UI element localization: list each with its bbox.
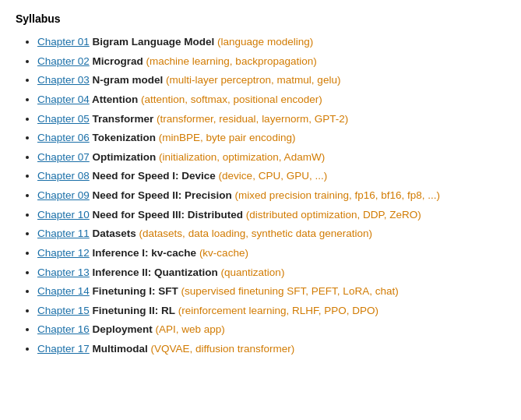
chapter-title-9: Need for Speed II: Precision xyxy=(90,189,232,201)
chapter-title-13: Inference II: Quantization xyxy=(90,266,218,278)
list-item: Chapter 01 Bigram Language Model (langua… xyxy=(37,33,505,51)
chapter-link-11[interactable]: Chapter 11 xyxy=(37,228,90,239)
chapter-title-8: Need for Speed I: Device xyxy=(90,170,216,182)
list-item: Chapter 14 Finetuning I: SFT (supervised… xyxy=(37,282,505,301)
chapter-tags-3: (multi-layer perceptron, matmul, gelu) xyxy=(163,74,340,86)
chapter-link-17[interactable]: Chapter 17 xyxy=(37,343,90,355)
chapter-link-8[interactable]: Chapter 08 xyxy=(37,170,90,182)
chapter-link-1[interactable]: Chapter 01 xyxy=(37,36,90,48)
chapter-title-4: Attention xyxy=(90,94,138,105)
chapter-link-12[interactable]: Chapter 12 xyxy=(37,247,90,259)
list-item: Chapter 13 Inference II: Quantization (q… xyxy=(37,263,505,282)
chapter-tags-6: (minBPE, byte pair encoding) xyxy=(156,132,295,143)
chapter-title-6: Tokenization xyxy=(90,132,156,143)
list-item: Chapter 17 Multimodal (VQVAE, diffusion … xyxy=(37,340,505,358)
chapter-link-9[interactable]: Chapter 09 xyxy=(37,189,90,201)
chapter-link-13[interactable]: Chapter 13 xyxy=(37,266,90,278)
list-item: Chapter 04 Attention (attention, softmax… xyxy=(37,90,505,109)
chapter-link-2[interactable]: Chapter 02 xyxy=(37,55,90,67)
chapter-title-15: Finetuning II: RL xyxy=(90,305,175,316)
chapter-link-16[interactable]: Chapter 16 xyxy=(37,323,90,335)
list-item: Chapter 08 Need for Speed I: Device (dev… xyxy=(37,167,505,185)
chapter-link-15[interactable]: Chapter 15 xyxy=(37,305,90,316)
list-item: Chapter 09 Need for Speed II: Precision … xyxy=(37,186,505,205)
chapter-title-2: Micrograd xyxy=(90,55,143,67)
chapter-link-3[interactable]: Chapter 03 xyxy=(37,74,90,86)
chapter-tags-15: (reinforcement learning, RLHF, PPO, DPO) xyxy=(175,305,378,316)
chapter-tags-14: (supervised finetuning SFT, PEFT, LoRA, … xyxy=(178,285,399,297)
chapter-link-7[interactable]: Chapter 07 xyxy=(37,151,90,163)
chapter-title-14: Finetuning I: SFT xyxy=(90,285,178,297)
list-item: Chapter 07 Optimization (initialization,… xyxy=(37,148,505,167)
syllabus-list: Chapter 01 Bigram Language Model (langua… xyxy=(16,33,505,358)
chapter-title-3: N-gram model xyxy=(90,74,164,86)
chapter-link-6[interactable]: Chapter 06 xyxy=(37,132,90,143)
chapter-title-1: Bigram Language Model xyxy=(90,36,215,48)
list-item: Chapter 02 Micrograd (machine learning, … xyxy=(37,52,505,71)
chapter-link-5[interactable]: Chapter 05 xyxy=(37,113,90,125)
chapter-tags-12: (kv-cache) xyxy=(196,247,248,259)
chapter-link-10[interactable]: Chapter 10 xyxy=(37,209,90,221)
chapter-tags-8: (device, CPU, GPU, ...) xyxy=(216,170,327,182)
list-item: Chapter 06 Tokenization (minBPE, byte pa… xyxy=(37,129,505,147)
chapter-tags-13: (quantization) xyxy=(218,266,285,278)
chapter-tags-16: (API, web app) xyxy=(153,323,225,335)
list-item: Chapter 10 Need for Speed III: Distribut… xyxy=(37,206,505,224)
list-item: Chapter 11 Datasets (datasets, data load… xyxy=(37,224,505,243)
list-item: Chapter 12 Inference I: kv-cache (kv-cac… xyxy=(37,244,505,263)
list-item: Chapter 16 Deployment (API, web app) xyxy=(37,320,505,339)
chapter-tags-4: (attention, softmax, positional encoder) xyxy=(138,94,322,105)
chapter-tags-7: (initialization, optimization, AdamW) xyxy=(156,151,325,163)
chapter-tags-5: (transformer, residual, layernorm, GPT-2… xyxy=(153,113,348,125)
list-item: Chapter 05 Transformer (transformer, res… xyxy=(37,110,505,129)
chapter-title-12: Inference I: kv-cache xyxy=(90,247,196,259)
chapter-tags-9: (mixed precision training, fp16, bf16, f… xyxy=(232,189,440,201)
chapter-title-16: Deployment xyxy=(90,323,153,335)
chapter-tags-10: (distributed optimization, DDP, ZeRO) xyxy=(243,209,421,221)
chapter-title-5: Transformer xyxy=(90,113,154,125)
chapter-tags-11: (datasets, data loading, synthetic data … xyxy=(136,228,372,239)
chapter-link-14[interactable]: Chapter 14 xyxy=(37,285,90,297)
list-item: Chapter 03 N-gram model (multi-layer per… xyxy=(37,71,505,90)
chapter-tags-1: (language modeling) xyxy=(214,36,313,48)
chapter-link-4[interactable]: Chapter 04 xyxy=(37,94,90,105)
chapter-tags-2: (machine learning, backpropagation) xyxy=(143,55,317,67)
chapter-tags-17: (VQVAE, diffusion transformer) xyxy=(148,343,295,355)
chapter-title-7: Optimization xyxy=(90,151,157,163)
chapter-title-17: Multimodal xyxy=(90,343,148,355)
page-title: Syllabus xyxy=(16,12,505,25)
chapter-title-11: Datasets xyxy=(90,228,136,239)
list-item: Chapter 15 Finetuning II: RL (reinforcem… xyxy=(37,302,505,320)
chapter-title-10: Need for Speed III: Distributed xyxy=(90,209,243,221)
